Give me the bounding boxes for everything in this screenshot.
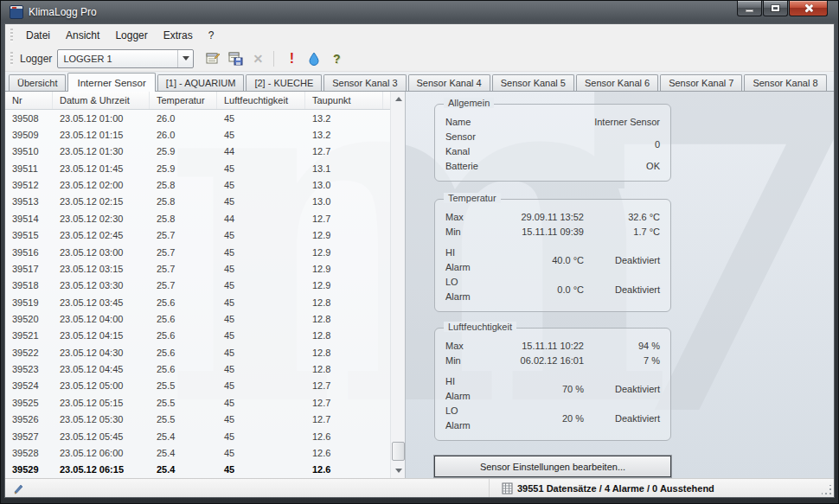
- menu-item[interactable]: Datei: [18, 27, 58, 44]
- sensor-tab[interactable]: Sensor Kanal 3: [323, 74, 406, 91]
- cell-temperature: 26.0: [150, 130, 217, 140]
- cell-datetime: 23.05.12 02:30: [53, 214, 150, 224]
- table-row[interactable]: 39514 23.05.12 02:30 25.8 44 12.7: [5, 210, 390, 226]
- table-row[interactable]: 39519 23.05.12 03:45 25.6 45 12.8: [5, 294, 390, 310]
- maximize-button[interactable]: [763, 1, 788, 16]
- cell-nr: 39518: [5, 280, 53, 290]
- menu-item[interactable]: Logger: [107, 27, 155, 44]
- sensor-tab[interactable]: Interner Sensor: [67, 73, 155, 92]
- cell-datetime: 23.05.12 03:15: [53, 264, 150, 274]
- cell-datetime: 23.05.12 01:00: [53, 113, 150, 124]
- table-row[interactable]: 39527 23.05.12 05:45 25.4 45 12.6: [5, 428, 390, 444]
- table-scrollbar[interactable]: [390, 92, 405, 478]
- column-header-dewpoint[interactable]: Taupunkt: [305, 92, 383, 109]
- group-luftfeuchtigkeit: Luftfeuchtigkeit Max 15.11.11 10:22 94 %…: [434, 328, 671, 441]
- table-row[interactable]: 39511 23.05.12 01:45 25.9 45 13.1: [5, 160, 390, 176]
- scrollbar-thumb[interactable]: [392, 442, 405, 461]
- cell-nr: 39511: [5, 163, 53, 174]
- table-row[interactable]: 39512 23.05.12 02:00 25.8 45 13.0: [5, 176, 390, 193]
- title-bar[interactable]: KlimaLogg Pro: [4, 1, 835, 23]
- cell-temperature: 25.5: [150, 380, 217, 391]
- chevron-down-icon: [183, 56, 189, 61]
- scroll-down-button[interactable]: [391, 463, 406, 478]
- cell-temperature: 26.0: [150, 113, 217, 124]
- sensor-properties-button[interactable]: [202, 48, 223, 69]
- logger-select-arrow[interactable]: [177, 50, 193, 67]
- alarm-events-button[interactable]: !: [281, 48, 302, 69]
- export-save-button[interactable]: [225, 48, 246, 69]
- sensor-tab[interactable]: Übersicht: [9, 74, 66, 91]
- cell-humidity: 45: [217, 180, 305, 190]
- table-row[interactable]: 39516 23.05.12 03:00 25.7 45 12.9: [5, 244, 390, 260]
- data-table-panel: Nr Datum & Uhrzeit Temperatur Luftfeucht…: [5, 92, 406, 478]
- table-row[interactable]: 39528 23.05.12 06:00 25.4 45 12.6: [5, 444, 390, 461]
- close-button[interactable]: [789, 1, 828, 16]
- help-question-icon: ?: [333, 52, 341, 66]
- table-row[interactable]: 39510 23.05.12 01:30 25.9 44 12.7: [5, 144, 390, 160]
- cell-humidity: 45: [217, 364, 305, 374]
- logger-select[interactable]: LOGGER 1: [57, 49, 194, 68]
- minimize-button[interactable]: [737, 1, 762, 16]
- menu-item[interactable]: ?: [201, 27, 222, 44]
- status-records-section: 39551 Datensätze / 4 Alarme / 0 Ausstehe…: [490, 479, 834, 497]
- cell-dewpoint: 12.9: [305, 247, 383, 258]
- detail-mid-value: 29.09.11 13:52: [482, 210, 584, 225]
- detail-row: LO Alarm 20 % Deaktiviert: [445, 404, 660, 433]
- cell-humidity: 44: [217, 146, 305, 156]
- cell-temperature: 25.8: [150, 196, 217, 207]
- cell-nr: 39529: [5, 464, 53, 475]
- table-row[interactable]: 39526 23.05.12 05:30 25.5 45 12.7: [5, 411, 390, 427]
- sensor-tab[interactable]: Sensor Kanal 6: [576, 74, 658, 91]
- records-status-text: 39551 Datensätze / 4 Alarme / 0 Ausstehe…: [517, 483, 714, 494]
- table-row[interactable]: 39513 23.05.12 02:15 25.8 45 13.0: [5, 194, 390, 210]
- cell-nr: 39520: [5, 314, 53, 324]
- cell-dewpoint: 12.8: [305, 330, 383, 341]
- table-row[interactable]: 39517 23.05.12 03:15 25.7 45 12.9: [5, 260, 390, 277]
- table-row[interactable]: 39520 23.05.12 04:00 25.6 45 12.8: [5, 310, 390, 327]
- table-row[interactable]: 39529 23.05.12 06:15 25.4 45 12.6: [5, 462, 390, 478]
- detail-mid-value: 70 %: [482, 382, 584, 397]
- sensor-tab[interactable]: [1] - AQUARIUM: [157, 74, 245, 91]
- table-row[interactable]: 39518 23.05.12 03:30 25.7 45 12.9: [5, 278, 390, 294]
- table-row[interactable]: 39523 23.05.12 04:45 25.6 45 12.8: [5, 360, 390, 377]
- sensor-tab[interactable]: Sensor Kanal 8: [744, 74, 826, 91]
- resize-grip[interactable]: [822, 485, 832, 495]
- menu-item[interactable]: Extras: [156, 27, 201, 44]
- cell-datetime: 23.05.12 04:30: [53, 348, 150, 358]
- table-row[interactable]: 39515 23.05.12 02:45 25.7 45 12.9: [5, 227, 390, 244]
- cell-dewpoint: 13.2: [305, 113, 383, 124]
- detail-label: Max: [445, 210, 482, 225]
- table-row[interactable]: 39509 23.05.12 01:15 26.0 45 13.2: [5, 126, 390, 143]
- column-header-datetime[interactable]: Datum & Uhrzeit: [53, 92, 150, 109]
- properties-icon: [206, 52, 221, 66]
- toolbar-grip: [10, 52, 13, 66]
- table-row[interactable]: 39522 23.05.12 04:30 25.6 45 12.8: [5, 344, 390, 360]
- cell-dewpoint: 12.7: [305, 380, 383, 391]
- column-header-nr[interactable]: Nr: [5, 92, 53, 109]
- client-area: DateiAnsichtLoggerExtras? Logger LOGGER …: [4, 23, 835, 498]
- sensor-tab[interactable]: Sensor Kanal 5: [492, 74, 574, 91]
- cell-nr: 39508: [5, 113, 53, 124]
- table-row[interactable]: 39521 23.05.12 04:15 25.6 45 12.8: [5, 328, 390, 344]
- table-row[interactable]: 39524 23.05.12 05:00 25.5 45 12.7: [5, 378, 390, 394]
- detail-value: 32.6 °C: [584, 210, 660, 225]
- table-row[interactable]: 39508 23.05.12 01:00 26.0 45 13.2: [5, 110, 390, 126]
- scroll-up-button[interactable]: [391, 92, 406, 106]
- detail-row: Max 29.09.11 13:52 32.6 °C: [445, 210, 660, 225]
- help-button[interactable]: ?: [326, 48, 347, 69]
- column-header-temperature[interactable]: Temperatur: [150, 92, 217, 109]
- table-row[interactable]: 39525 23.05.12 05:15 25.5 45 12.7: [5, 394, 390, 411]
- column-header-humidity[interactable]: Luftfeuchtigkeit: [217, 92, 305, 109]
- sensor-tab[interactable]: Sensor Kanal 7: [660, 74, 742, 91]
- humidity-button[interactable]: [304, 48, 324, 69]
- sensor-tab[interactable]: [2] - KUECHE: [246, 74, 322, 91]
- delete-data-button[interactable]: ✕: [247, 48, 268, 69]
- edit-sensor-settings-button[interactable]: Sensor Einstellungen bearbeiten...: [434, 456, 671, 477]
- detail-mid-value: 15.11.11 10:22: [482, 339, 584, 354]
- cell-temperature: 25.8: [150, 214, 217, 224]
- detail-row: Min 06.02.12 16:01 7 %: [445, 354, 660, 368]
- menu-item[interactable]: Ansicht: [58, 27, 107, 44]
- sensor-tab[interactable]: Sensor Kanal 4: [408, 74, 490, 91]
- save-icon: [228, 52, 243, 66]
- cell-temperature: 25.7: [150, 264, 217, 274]
